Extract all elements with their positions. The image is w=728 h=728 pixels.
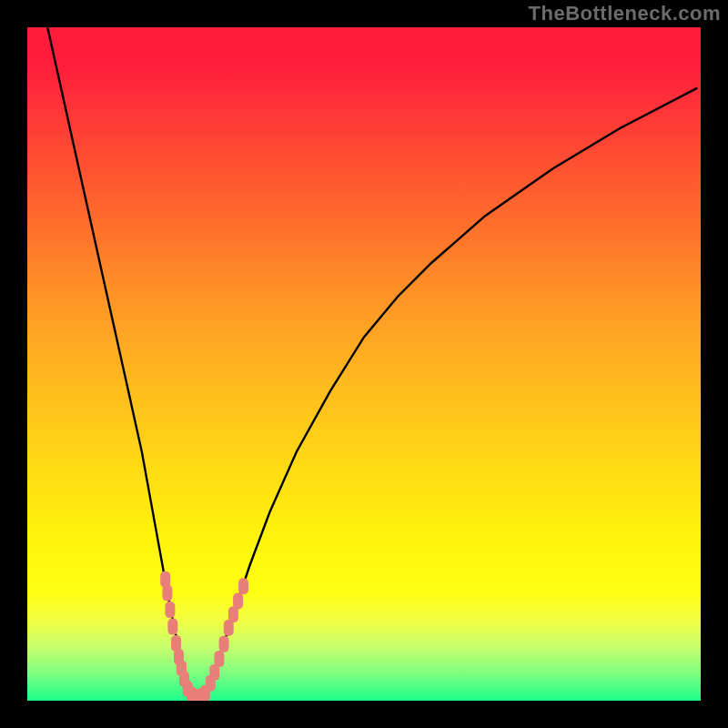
bottleneck-curve bbox=[47, 27, 697, 697]
watermark-text: TheBottleneck.com bbox=[529, 2, 721, 25]
curve-marker bbox=[214, 651, 224, 667]
chart-svg bbox=[27, 27, 701, 701]
curve-marker bbox=[162, 585, 172, 602]
curve-marker bbox=[219, 636, 229, 652]
curve-marker bbox=[238, 578, 248, 594]
curve-marker bbox=[167, 619, 177, 635]
marker-group bbox=[160, 571, 248, 701]
chart-frame bbox=[27, 27, 701, 701]
curve-marker bbox=[165, 602, 175, 618]
curve-marker bbox=[233, 592, 243, 609]
